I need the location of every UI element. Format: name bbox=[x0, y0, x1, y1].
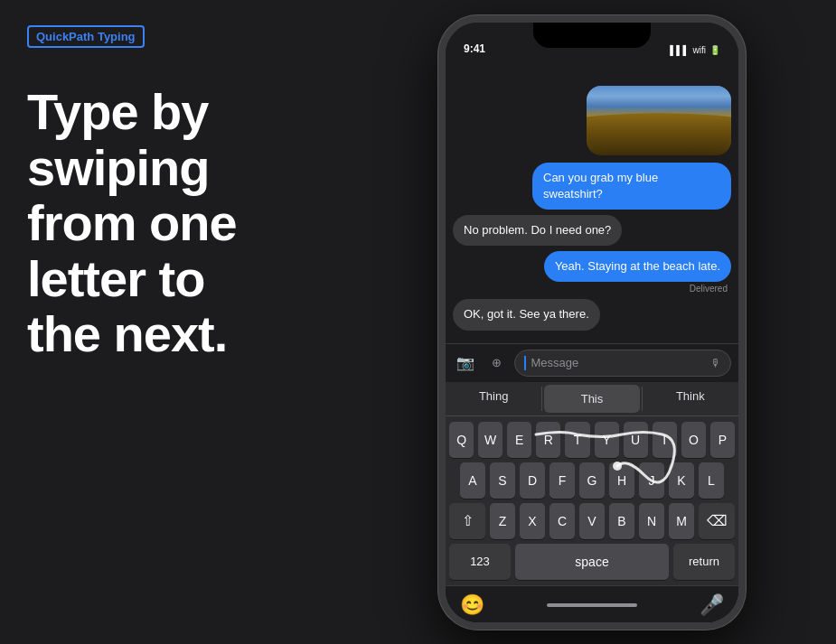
keyboard-row-1: Q W E R T Y U I O P bbox=[449, 422, 735, 458]
autocomplete-divider-1 bbox=[541, 387, 542, 411]
message-bubble-received-2: OK, got it. See ya there. bbox=[453, 299, 600, 330]
text-cursor bbox=[524, 356, 526, 370]
autocomplete-item-1[interactable]: This bbox=[544, 385, 640, 413]
input-bar[interactable]: 📷 ⊕ Message 🎙 bbox=[446, 343, 738, 382]
camera-icon[interactable]: 📷 bbox=[453, 350, 478, 376]
keyboard[interactable]: Q W E R T Y U I O P A S D F G bbox=[446, 416, 738, 585]
delivered-status: Delivered bbox=[690, 284, 731, 294]
home-indicator bbox=[547, 603, 637, 607]
phone-notch bbox=[533, 23, 651, 48]
emoji-icon[interactable]: 😊 bbox=[460, 593, 484, 617]
quickpath-badge: QuickPath Typing bbox=[27, 25, 145, 48]
key-r[interactable]: R bbox=[536, 422, 560, 458]
key-b[interactable]: B bbox=[609, 503, 634, 539]
keyboard-bottom-row: 123 space return bbox=[449, 544, 735, 580]
message-bubble-sent-1: Can you grab my blue sweatshirt? bbox=[532, 163, 731, 210]
key-return[interactable]: return bbox=[673, 544, 735, 580]
key-v[interactable]: V bbox=[579, 503, 605, 539]
main-headline: Type by swiping from one letter to the n… bbox=[27, 84, 339, 362]
key-w[interactable]: W bbox=[478, 422, 503, 458]
headline-line4: letter to bbox=[27, 250, 204, 307]
autocomplete-bar[interactable]: Thing This Think bbox=[446, 382, 738, 416]
headline-line1: Type by bbox=[27, 83, 208, 140]
message-placeholder: Message bbox=[531, 356, 579, 369]
autocomplete-item-0[interactable]: Thing bbox=[446, 382, 541, 415]
keyboard-row-2: A S D F G H J K L bbox=[449, 462, 735, 499]
key-n[interactable]: N bbox=[639, 503, 664, 539]
status-icons: ▌▌▌ wifi 🔋 bbox=[670, 45, 720, 55]
key-a[interactable]: A bbox=[460, 462, 485, 499]
key-m[interactable]: M bbox=[669, 503, 694, 539]
left-panel: QuickPath Typing Type by swiping from on… bbox=[0, 0, 375, 644]
key-z[interactable]: Z bbox=[490, 503, 515, 539]
phone-screen: Can you grab my blue sweatshirt? No prob… bbox=[446, 59, 738, 622]
key-shift[interactable]: ⇧ bbox=[449, 503, 485, 539]
message-bubble-received-1: No problem. Do I need one? bbox=[453, 215, 622, 246]
autocomplete-item-2[interactable]: Think bbox=[643, 382, 738, 415]
headline-line2: swiping bbox=[27, 139, 209, 196]
key-g[interactable]: G bbox=[579, 462, 605, 499]
key-delete[interactable]: ⌫ bbox=[699, 503, 735, 539]
key-f[interactable]: F bbox=[550, 462, 575, 499]
key-i[interactable]: I bbox=[653, 422, 677, 458]
key-y[interactable]: Y bbox=[595, 422, 619, 458]
key-k[interactable]: K bbox=[669, 462, 694, 499]
headline-line3: from one bbox=[27, 194, 237, 251]
key-d[interactable]: D bbox=[520, 462, 545, 499]
key-space[interactable]: space bbox=[515, 544, 669, 580]
app-store-icon[interactable]: ⊕ bbox=[484, 350, 509, 376]
phone-mockup: 9:41 ▌▌▌ wifi 🔋 Can you grab my blue swe… bbox=[438, 15, 746, 630]
headline-line5: the next. bbox=[27, 305, 227, 362]
key-o[interactable]: O bbox=[681, 422, 706, 458]
status-time: 9:41 bbox=[464, 42, 485, 55]
key-h[interactable]: H bbox=[609, 462, 634, 499]
key-e[interactable]: E bbox=[507, 422, 531, 458]
right-panel: 9:41 ▌▌▌ wifi 🔋 Can you grab my blue swe… bbox=[375, 0, 836, 644]
key-c[interactable]: C bbox=[550, 503, 575, 539]
key-numbers[interactable]: 123 bbox=[449, 544, 511, 580]
battery-icon: 🔋 bbox=[709, 45, 720, 55]
key-p[interactable]: P bbox=[710, 422, 735, 458]
message-bubble-sent-2: Yeah. Staying at the beach late. bbox=[544, 251, 731, 282]
key-l[interactable]: L bbox=[699, 462, 724, 499]
keyboard-row-3: ⇧ Z X C V B N M ⌫ bbox=[449, 503, 735, 539]
message-input-field[interactable]: Message 🎙 bbox=[514, 350, 731, 377]
key-x[interactable]: X bbox=[520, 503, 545, 539]
key-u[interactable]: U bbox=[624, 422, 648, 458]
key-t[interactable]: T bbox=[565, 422, 589, 458]
messages-area: Can you grab my blue sweatshirt? No prob… bbox=[446, 59, 738, 343]
signal-icon: ▌▌▌ bbox=[670, 45, 689, 55]
key-j[interactable]: J bbox=[639, 462, 664, 499]
microphone-icon[interactable]: 🎤 bbox=[700, 593, 724, 617]
wifi-icon: wifi bbox=[693, 45, 706, 55]
photo-thumbnail bbox=[587, 86, 731, 155]
key-s[interactable]: S bbox=[490, 462, 515, 499]
phone-bottom-bar: 😊 🎤 bbox=[446, 585, 738, 622]
mic-icon-inline[interactable]: 🎙 bbox=[710, 357, 721, 369]
key-q[interactable]: Q bbox=[449, 422, 474, 458]
